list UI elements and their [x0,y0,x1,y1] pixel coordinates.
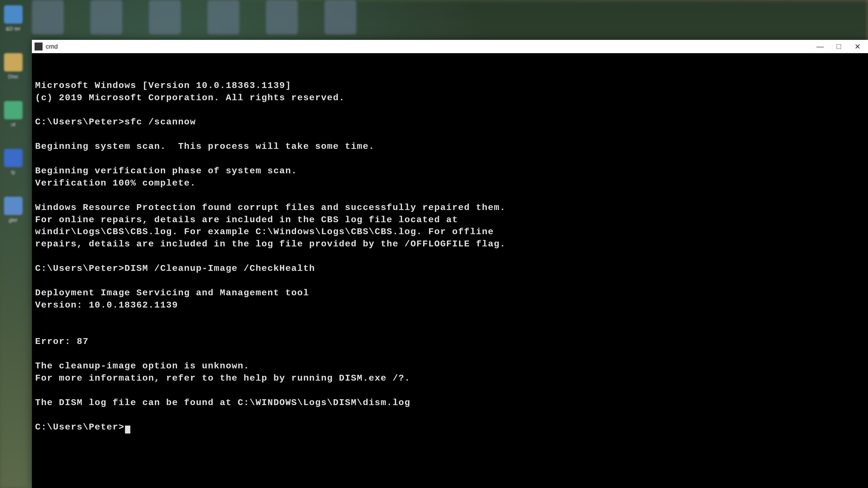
terminal-line: C:\Users\Peter>DISM /Cleanup-Image /Chec… [35,263,865,275]
desktop-shortcut[interactable]: Disc [0,53,27,80]
terminal-line [35,153,865,165]
terminal-line: windir\Logs\CBS\CBS.log. For example C:\… [35,226,865,238]
terminal-line [35,128,865,140]
desktop-shortcut[interactable] [90,0,122,35]
shortcut-label: ty [11,169,16,175]
window-controls: — □ ✕ [815,40,868,53]
desktop-icons-column: &D ter Disc ut ty gler [0,0,32,488]
maximize-button[interactable]: □ [833,41,844,52]
terminal-line: Microsoft Windows [Version 10.0.18363.11… [35,80,865,92]
command-prompt-window: cmd — □ ✕ Microsoft Windows [Version 10.… [32,40,868,488]
window-title: cmd [46,43,58,50]
shortcut-icon [4,197,23,215]
terminal-line: repairs, details are included in the log… [35,238,865,250]
shortcut-icon [4,149,23,167]
terminal-line [35,104,865,117]
desktop-shortcut[interactable]: ty [0,149,27,175]
desktop-shortcut[interactable] [266,0,298,35]
desktop-shortcut[interactable]: gler [0,197,27,223]
terminal-line: For online repairs, details are included… [35,214,865,226]
desktop-shortcut[interactable] [149,0,181,35]
shortcut-label: ut [11,122,16,128]
terminal-line [35,385,865,397]
shortcut-label: &D ter [6,26,21,32]
terminal-line [35,409,865,421]
desktop-shortcut[interactable] [208,0,239,35]
terminal-line [35,324,865,336]
terminal-line: (c) 2019 Microsoft Corporation. All righ… [35,92,865,104]
shortcut-icon [4,53,23,71]
terminal-line: Version: 10.0.18362.1139 [35,299,865,312]
cmd-icon [35,42,42,51]
terminal-line: C:\Users\Peter>sfc /scannow [35,116,865,128]
terminal-line: Beginning system scan. This process will… [35,140,865,153]
terminal-line: Windows Resource Protection found corrup… [35,202,865,214]
desktop-shortcut[interactable]: &D ter [0,5,27,32]
desktop-icons-row [32,0,868,40]
cursor [125,426,130,433]
minimize-button[interactable]: — [815,41,826,52]
terminal-output[interactable]: Microsoft Windows [Version 10.0.18363.11… [32,53,868,488]
terminal-line: For more information, refer to the help … [35,372,865,385]
titlebar[interactable]: cmd — □ ✕ [32,40,868,53]
close-button[interactable]: ✕ [852,41,863,52]
terminal-line: Verification 100% complete. [35,177,865,190]
desktop-shortcut[interactable] [324,0,356,35]
terminal-line: Beginning verification phase of system s… [35,165,865,177]
terminal-line: Error: 87 [35,336,865,348]
shortcut-label: Disc [8,74,19,80]
terminal-line: Deployment Image Servicing and Managemen… [35,287,865,299]
terminal-line [35,312,865,324]
terminal-line [35,250,865,263]
terminal-line [35,348,865,360]
terminal-line [35,275,865,287]
shortcut-icon [4,5,23,24]
shortcut-label: gler [9,217,18,223]
terminal-line [35,190,865,202]
terminal-line: C:\Users\Peter> [35,421,865,433]
desktop-shortcut[interactable] [32,0,64,35]
shortcut-icon [4,101,23,119]
desktop-shortcut[interactable]: ut [0,101,27,128]
terminal-line: The DISM log file can be found at C:\WIN… [35,397,865,409]
terminal-line: The cleanup-image option is unknown. [35,360,865,372]
